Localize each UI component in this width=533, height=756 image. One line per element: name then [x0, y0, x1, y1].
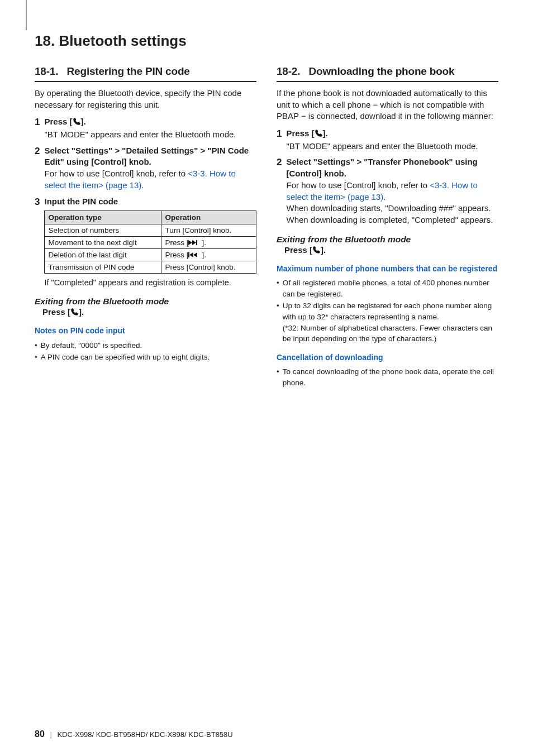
list-item: By default, "0000" is specified.: [35, 340, 256, 351]
table-header: Operation type: [45, 211, 161, 224]
breadcrumb-separator: >: [200, 146, 205, 155]
table-caption: If "Completed" appears and registration …: [44, 277, 256, 288]
exit-heading: Exiting from the Bluetooth mode: [277, 234, 498, 245]
table-cell: Selection of numbers: [45, 224, 161, 237]
step-number: 3: [35, 196, 40, 289]
table-row: Selection of numbers Turn [Control] knob…: [45, 224, 256, 237]
note-list: To cancel downloading of the phone book …: [277, 366, 498, 388]
section-rule: [277, 81, 498, 82]
svg-marker-4: [189, 252, 193, 257]
table-cell: Press [Control] knob.: [161, 261, 256, 274]
next-track-icon: [188, 238, 202, 247]
step-title: Select "Settings" > "Detailed Settings" …: [44, 145, 256, 168]
table-cell: Turn [Control] knob.: [161, 224, 256, 237]
list-item: To cancel downloading of the phone book …: [277, 366, 498, 388]
step-title: Input the PIN code: [44, 196, 256, 208]
table-cell: Transmission of PIN code: [45, 261, 161, 274]
chapter-title: Bluetooth settings: [59, 32, 186, 49]
section-intro: By operating the Bluetooth device, speci…: [35, 88, 256, 111]
step-number: 2: [35, 145, 40, 192]
note-heading: Maximum number of phone numbers that can…: [277, 264, 498, 275]
table-row: Movement to the next digit Press [].: [45, 237, 256, 249]
step-number: 1: [277, 128, 282, 152]
step-title: Select "Settings" > "Transfer Phonebook"…: [286, 156, 498, 179]
section-number: 18-1.: [35, 65, 58, 77]
step-text: For how to use [Control] knob, refer to …: [44, 168, 256, 191]
list-item: A PIN code can be specified with up to e…: [35, 352, 256, 363]
table-row: Transmission of PIN code Press [Control]…: [45, 261, 256, 274]
step-title: Press [].: [286, 128, 498, 141]
step-text: When downloading is completed, "Complete…: [286, 214, 498, 226]
section-heading: 18-2. Downloading the phone book: [277, 65, 498, 78]
table-cell: Press [].: [161, 237, 256, 249]
step-title: Press [].: [44, 116, 256, 129]
step-text: "BT MODE" appears and enter the Bluetoot…: [286, 141, 498, 152]
section-intro: If the phone book is not downloaded auto…: [277, 88, 498, 122]
step: 1 Press []. "BT MODE" appears and enter …: [35, 116, 256, 140]
chapter-number: 18.: [35, 32, 55, 49]
section-title: Registering the PIN code: [67, 65, 190, 77]
phone-icon: [70, 308, 79, 318]
step: 2 Select "Settings" > "Transfer Phoneboo…: [277, 156, 498, 226]
svg-marker-0: [188, 240, 192, 245]
svg-rect-3: [188, 252, 189, 257]
footer-divider: |: [50, 730, 51, 739]
svg-marker-1: [192, 240, 196, 245]
svg-rect-2: [196, 240, 197, 245]
svg-marker-5: [193, 252, 197, 257]
header-divider: [26, 0, 27, 30]
section-heading: 18-1. Registering the PIN code: [35, 65, 256, 78]
step-text: When downloading starts, "Downloading ##…: [286, 203, 498, 214]
section-number: 18-2.: [277, 65, 300, 77]
breadcrumb-separator: >: [115, 146, 120, 155]
exit-heading: Exiting from the Bluetooth mode: [35, 296, 256, 307]
step: 2 Select "Settings" > "Detailed Settings…: [35, 145, 256, 192]
note-list: By default, "0000" is specified. A PIN c…: [35, 340, 256, 363]
table-row: Deletion of the last digit Press [].: [45, 249, 256, 261]
step-number: 2: [277, 156, 282, 226]
section-title: Downloading the phone book: [309, 65, 455, 77]
left-column: 18-1. Registering the PIN code By operat…: [35, 65, 256, 389]
section-rule: [35, 81, 256, 82]
note-heading: Notes on PIN code input: [35, 326, 256, 337]
chapter-heading: 18. Bluetooth settings: [35, 32, 498, 50]
list-item: Of all registered mobile phones, a total…: [277, 277, 498, 299]
table-cell: Deletion of the last digit: [45, 249, 161, 261]
prev-track-icon: [188, 251, 202, 259]
pin-operations-table: Operation type Operation Selection of nu…: [44, 210, 256, 274]
step-number: 1: [35, 116, 40, 140]
phone-icon: [315, 129, 323, 141]
table-cell: Press [].: [161, 249, 256, 261]
page-number: 80: [35, 729, 45, 739]
table-header: Operation: [161, 211, 256, 224]
breadcrumb-separator: >: [356, 157, 361, 166]
phone-icon: [312, 246, 321, 256]
note-list: Of all registered mobile phones, a total…: [277, 277, 498, 344]
right-column: 18-2. Downloading the phone book If the …: [277, 65, 498, 389]
note-heading: Cancellation of downloading: [277, 352, 498, 363]
page-footer: 80 | KDC-X998/ KDC-BT958HD/ KDC-X898/ KD…: [35, 729, 233, 739]
step-text: "BT MODE" appears and enter the Bluetoot…: [44, 129, 256, 141]
step: 1 Press []. "BT MODE" appears and enter …: [277, 128, 498, 152]
model-list: KDC-X998/ KDC-BT958HD/ KDC-X898/ KDC-BT8…: [57, 730, 232, 739]
list-item: Up to 32 digits can be registered for ea…: [277, 300, 498, 344]
step: 3 Input the PIN code Operation type Oper…: [35, 196, 256, 289]
exit-instruction: Press [].: [284, 245, 498, 256]
phone-icon: [73, 117, 81, 129]
exit-instruction: Press [].: [42, 307, 256, 318]
step-text: For how to use [Control] knob, refer to …: [286, 180, 498, 203]
table-cell: Movement to the next digit: [45, 237, 161, 249]
